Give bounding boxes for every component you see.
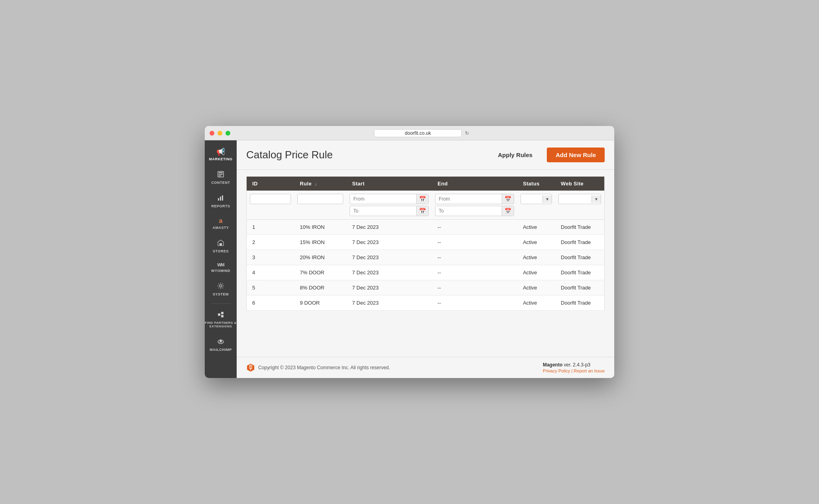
svg-rect-2 — [219, 174, 223, 175]
footer-magento-word: Magento — [543, 362, 562, 368]
website-select-arrow-icon: ▼ — [592, 195, 601, 203]
website-select-wrapper: Doorfit Trade ▼ — [558, 194, 601, 204]
sidebar-label-reports: REPORTS — [211, 204, 230, 208]
apply-rules-button[interactable]: Apply Rules — [491, 148, 539, 161]
magento-logo-icon — [246, 363, 255, 372]
svg-rect-5 — [220, 197, 221, 201]
sidebar-label-stores: STORES — [213, 249, 229, 253]
header-actions: Apply Rules Add New Rule — [491, 148, 605, 162]
page-header: Catalog Price Rule Apply Rules Add New R… — [237, 140, 614, 170]
col-header-start: Start — [346, 177, 432, 191]
report-issue-link[interactable]: Report an Issue — [574, 368, 605, 373]
table-row[interactable]: 2 15% IRON 7 Dec 2023 -- Active Doorfit … — [247, 235, 605, 250]
sidebar-label-mailchimp: MAILCHIMP — [210, 348, 232, 352]
cell-start: 7 Dec 2023 — [346, 220, 432, 235]
cell-end: -- — [432, 265, 517, 280]
footer-right: Magento ver. 2.4.3-p3 Privacy Policy | R… — [543, 362, 605, 373]
id-filter-input[interactable] — [250, 194, 291, 204]
page-title: Catalog Price Rule — [246, 149, 333, 161]
table-row[interactable]: 6 9 DOOR 7 Dec 2023 -- Active Doorfit Tr… — [247, 295, 605, 311]
mailchimp-icon — [217, 338, 224, 346]
cell-rule: 20% IRON — [294, 250, 346, 265]
sidebar-item-content[interactable]: CONTENT — [205, 167, 237, 189]
url-bar[interactable]: doorfit.co.uk — [374, 129, 462, 137]
cell-start: 7 Dec 2023 — [346, 265, 432, 280]
filter-website-cell: Doorfit Trade ▼ — [555, 191, 604, 220]
minimize-button[interactable] — [218, 131, 222, 136]
svg-rect-1 — [219, 172, 223, 173]
add-new-rule-button[interactable]: Add New Rule — [547, 148, 605, 162]
cell-end: -- — [432, 280, 517, 295]
start-from-calendar-icon[interactable]: 📅 — [416, 194, 428, 204]
table-container: ID Rule ↓ Start End — [237, 170, 614, 357]
svg-rect-3 — [219, 175, 221, 176]
start-to-calendar-icon[interactable]: 📅 — [416, 206, 428, 216]
start-from-input[interactable] — [350, 194, 416, 204]
end-from-input[interactable] — [435, 194, 502, 204]
status-select-wrapper: Active Inactive ▼ — [520, 194, 552, 204]
cell-website: Doorfit Trade — [555, 295, 604, 311]
end-to-wrapper: 📅 — [435, 206, 514, 216]
sidebar-label-system: SYSTEM — [213, 292, 229, 296]
svg-rect-7 — [220, 243, 222, 246]
footer-version: Magento ver. 2.4.3-p3 — [543, 362, 605, 368]
end-to-calendar-icon[interactable]: 📅 — [502, 206, 514, 216]
marketing-icon: 📢 — [216, 148, 225, 156]
sidebar-label-wyomind: WYOMIND — [211, 269, 230, 273]
sidebar-label-extensions: FIND PARTNERS & EXTENSIONS — [205, 321, 237, 328]
start-to-input[interactable] — [350, 206, 416, 216]
sort-arrow-icon: ↓ — [315, 181, 317, 186]
close-button[interactable] — [210, 131, 214, 136]
start-from-wrapper: 📅 — [350, 194, 429, 204]
filter-start-cell: 📅 📅 — [346, 191, 432, 220]
cell-id: 1 — [247, 220, 295, 235]
sidebar-item-mailchimp[interactable]: MAILCHIMP — [205, 334, 237, 356]
table-row[interactable]: 1 10% IRON 7 Dec 2023 -- Active Doorfit … — [247, 220, 605, 235]
sidebar-item-system[interactable]: SYSTEM — [205, 278, 237, 300]
stores-icon — [217, 239, 224, 248]
website-filter-select[interactable]: Doorfit Trade — [559, 194, 592, 204]
cell-end: -- — [432, 250, 517, 265]
status-select-arrow-icon: ▼ — [542, 195, 552, 203]
sidebar-item-marketing[interactable]: 📢 MARKETING — [205, 144, 237, 165]
cell-status: Active — [517, 235, 555, 250]
status-filter-select[interactable]: Active Inactive — [521, 194, 542, 204]
table-row[interactable]: 4 7% DOOR 7 Dec 2023 -- Active Doorfit T… — [247, 265, 605, 280]
cell-status: Active — [517, 265, 555, 280]
maximize-button[interactable] — [226, 131, 230, 136]
cell-status: Active — [517, 280, 555, 295]
table-header-row: ID Rule ↓ Start End — [247, 177, 605, 191]
reports-icon — [217, 194, 224, 203]
sidebar-item-stores[interactable]: STORES — [205, 235, 237, 257]
rule-filter-input[interactable] — [297, 194, 343, 204]
content-icon — [217, 171, 224, 179]
svg-rect-11 — [221, 315, 224, 317]
cell-start: 7 Dec 2023 — [346, 295, 432, 311]
col-header-rule[interactable]: Rule ↓ — [294, 177, 346, 191]
col-header-end: End — [432, 177, 517, 191]
filter-status-cell: Active Inactive ▼ — [517, 191, 555, 220]
sidebar-item-amasty[interactable]: a AMASTY — [205, 214, 237, 234]
filter-row: 📅 📅 — [247, 191, 605, 220]
table-row[interactable]: 5 8% DOOR 7 Dec 2023 -- Active Doorfit T… — [247, 280, 605, 295]
cell-status: Active — [517, 295, 555, 311]
col-header-status: Status — [517, 177, 555, 191]
footer-version-number: ver. 2.4.3-p3 — [564, 362, 591, 368]
sidebar-item-wyomind[interactable]: WM WYOMIND — [205, 259, 237, 277]
end-from-calendar-icon[interactable]: 📅 — [502, 194, 514, 204]
reload-icon[interactable]: ↻ — [465, 130, 469, 136]
footer-copyright: Copyright © 2023 Magento Commerce Inc. A… — [258, 365, 390, 370]
cell-website: Doorfit Trade — [555, 265, 604, 280]
privacy-policy-link[interactable]: Privacy Policy — [543, 368, 570, 373]
table-row[interactable]: 3 20% IRON 7 Dec 2023 -- Active Doorfit … — [247, 250, 605, 265]
start-to-wrapper: 📅 — [350, 206, 429, 216]
cell-start: 7 Dec 2023 — [346, 280, 432, 295]
sidebar-item-reports[interactable]: REPORTS — [205, 190, 237, 212]
footer-links: Privacy Policy | Report an Issue — [543, 368, 605, 373]
end-date-filter-group: 📅 📅 — [435, 194, 514, 216]
cell-start: 7 Dec 2023 — [346, 250, 432, 265]
col-header-website: Web Site — [555, 177, 604, 191]
end-to-input[interactable] — [435, 206, 502, 216]
sidebar-label-amasty: AMASTY — [213, 226, 229, 230]
sidebar-item-extensions[interactable]: FIND PARTNERS & EXTENSIONS — [205, 307, 237, 332]
